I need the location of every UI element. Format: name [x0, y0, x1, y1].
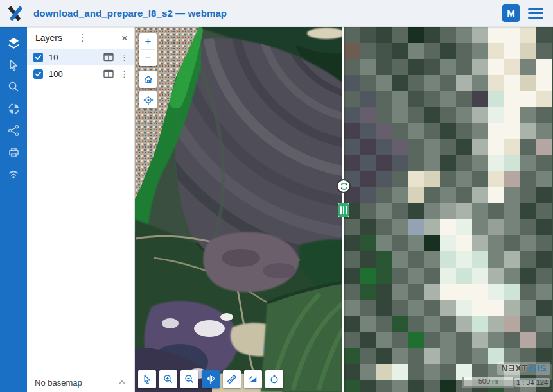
pan-arrow-icon — [141, 373, 153, 385]
search-icon — [6, 80, 21, 94]
icon-sidebar — [0, 27, 27, 392]
chevron-up-icon — [118, 380, 127, 386]
home-extent-button[interactable] — [139, 71, 157, 88]
sidebar-item-layers[interactable] — [0, 32, 27, 54]
layer-kebab-icon[interactable]: ⋮ — [120, 53, 128, 62]
sidebar-item-identify[interactable] — [0, 54, 27, 76]
measure-area-icon — [247, 373, 259, 385]
locate-icon — [143, 94, 154, 106]
measure-distance-icon — [226, 373, 238, 385]
locate-me-button[interactable] — [139, 91, 157, 108]
wifi-icon — [6, 167, 21, 181]
measure-area-button[interactable] — [244, 370, 262, 388]
layers-icon — [6, 36, 21, 51]
identify-cursor-icon — [6, 58, 21, 72]
scale-ratio-text: 1 : 34 124 — [514, 378, 550, 387]
sidebar-item-print[interactable] — [0, 141, 27, 163]
sidebar-item-search[interactable] — [0, 76, 27, 98]
layer-label: 100 — [49, 69, 103, 79]
pan-tool-button[interactable] — [138, 370, 156, 388]
hamburger-icon[interactable] — [528, 8, 543, 19]
layers-panel-title: Layers — [35, 33, 62, 43]
swap-layers-icon[interactable] — [337, 179, 351, 193]
layer-label: 10 — [49, 53, 103, 62]
attribute-table-icon[interactable] — [103, 69, 114, 78]
zoom-control: + − — [139, 33, 157, 66]
print-icon — [7, 146, 21, 159]
nextgis-x-logo — [8, 6, 22, 21]
zoom-out-tool-button[interactable] — [180, 370, 198, 388]
attribute-table-icon[interactable] — [103, 53, 114, 62]
drag-handle-icon[interactable] — [338, 203, 349, 217]
quadrant-icon — [7, 102, 21, 115]
map-canvas[interactable]: + − — [135, 27, 553, 392]
layer-checkbox[interactable] — [33, 69, 43, 79]
measure-distance-button[interactable] — [223, 370, 241, 388]
sidebar-item-share[interactable] — [0, 119, 27, 141]
nextgis-logo: NƎXTGIS — [497, 362, 550, 375]
zoom-in-button[interactable]: + — [139, 33, 157, 49]
layers-panel: Layers ⋮ × 10 ⋮ 100 ⋮ No basemap — [27, 27, 135, 392]
webmap-title: download_and_prepare_l8_s2 — webmap — [33, 8, 227, 19]
satellite-imagery-left — [135, 27, 344, 392]
share-icon — [7, 124, 21, 137]
user-avatar[interactable]: M — [502, 4, 520, 22]
map-toolbar — [138, 370, 283, 388]
layer-checkbox[interactable] — [33, 53, 43, 62]
sidebar-item-tools[interactable] — [0, 98, 27, 119]
identify-circle-icon — [268, 373, 280, 385]
zoom-out-button[interactable]: − — [139, 50, 157, 66]
nextgis-logo-dark-text: NƎXT — [501, 362, 528, 373]
layer-row-100[interactable]: 100 ⋮ — [27, 65, 134, 82]
zoom-out-tool-icon — [184, 373, 195, 385]
satellite-imagery-right-pixelated — [344, 27, 553, 392]
zoom-in-tool-button[interactable] — [159, 370, 177, 388]
home-icon — [143, 74, 154, 85]
sidebar-item-connection[interactable] — [0, 163, 27, 185]
app-header: download_and_prepare_l8_s2 — webmap M — [0, 0, 553, 27]
basemap-value: No basemap — [35, 378, 82, 388]
layer-row-10[interactable]: 10 ⋮ — [27, 49, 134, 65]
swipe-compare-icon — [205, 373, 216, 385]
panel-kebab-icon[interactable]: ⋮ — [78, 32, 85, 44]
panel-close-icon[interactable]: × — [121, 33, 128, 44]
identify-radius-button[interactable] — [265, 370, 283, 388]
nextgis-logo-blue-text: GIS — [529, 362, 547, 373]
swipe-compare-button[interactable] — [202, 370, 220, 388]
zoom-in-tool-icon — [162, 373, 174, 385]
scale-bar: 500 m — [462, 377, 514, 388]
basemap-select[interactable]: No basemap — [27, 373, 134, 392]
layer-kebab-icon[interactable]: ⋮ — [120, 69, 128, 79]
